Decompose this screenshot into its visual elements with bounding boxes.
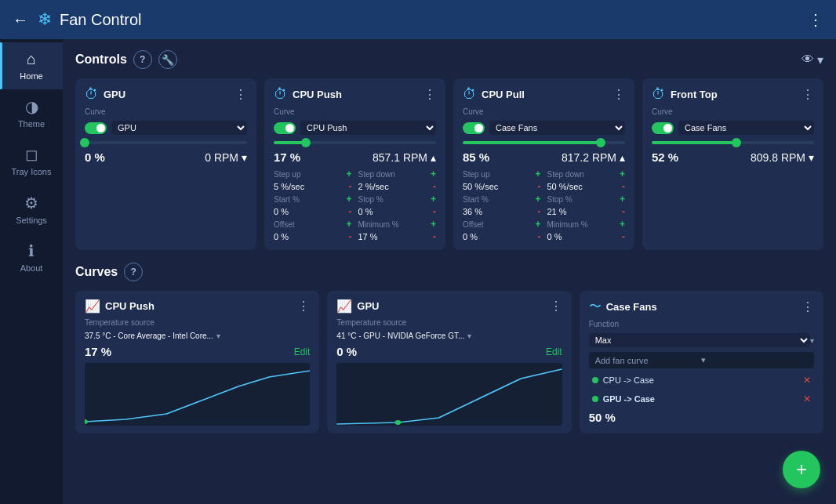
cpu-push-min-minus[interactable]: - bbox=[433, 231, 436, 242]
cpu-pull-start-minus[interactable]: - bbox=[538, 206, 541, 217]
cpu-pull-slider[interactable] bbox=[463, 141, 625, 144]
cpu-push-start-pct-label: Start % bbox=[274, 195, 300, 204]
cpu-pull-start-pct-row: Start % + bbox=[463, 194, 541, 205]
cpu-push-toggle[interactable] bbox=[274, 122, 296, 134]
gpu-curve-stats: 0 % Edit bbox=[336, 345, 562, 358]
cpu-pull-stop-value: 21 % bbox=[547, 207, 567, 216]
cpu-push-step-down-minus[interactable]: - bbox=[433, 181, 436, 192]
cpu-pull-min-minus[interactable]: - bbox=[622, 231, 625, 242]
case-fans-pct: 50 % bbox=[589, 411, 814, 424]
curves-help-button[interactable]: ? bbox=[124, 263, 143, 281]
controls-view-button[interactable]: 👁 ▾ bbox=[801, 53, 823, 67]
front-top-curve-label: Curve bbox=[652, 107, 673, 116]
front-top-slider[interactable] bbox=[652, 141, 814, 144]
cpu-push-chart-area bbox=[85, 363, 310, 426]
cpu-push-card-more-button[interactable]: ⋮ bbox=[423, 87, 436, 102]
cpu-push-slider[interactable] bbox=[274, 141, 436, 144]
cpu-pull-toggle[interactable] bbox=[463, 122, 485, 134]
case-fans-function-select[interactable]: Max bbox=[589, 333, 810, 347]
cpu-push-curve-more-button[interactable]: ⋮ bbox=[297, 299, 310, 314]
cpu-push-curve-header: 📈 CPU Push ⋮ bbox=[85, 299, 310, 314]
cpu-pull-curve-select[interactable]: Case Fans bbox=[489, 121, 625, 135]
fan-close-gpu[interactable]: ✕ bbox=[803, 393, 811, 404]
cpu-push-step-down-plus[interactable]: + bbox=[431, 169, 436, 179]
front-top-card-more-button[interactable]: ⋮ bbox=[801, 87, 814, 102]
fan-close-cpu[interactable]: ✕ bbox=[803, 375, 811, 386]
case-fans-function-label: Function bbox=[589, 320, 619, 328]
cpu-pull-min-plus[interactable]: + bbox=[620, 219, 625, 230]
gpu-edit-button[interactable]: Edit bbox=[546, 346, 562, 357]
sidebar-label-tray: Tray Icons bbox=[12, 167, 52, 177]
cpu-push-offset-plus[interactable]: + bbox=[346, 219, 351, 230]
case-fans-curve-more-button[interactable]: ⋮ bbox=[801, 299, 814, 314]
cpu-push-start-pct-row: Start % + bbox=[274, 194, 352, 205]
cpu-push-step-up-value: 5 %/sec bbox=[274, 182, 304, 191]
cpu-pull-offset-plus[interactable]: + bbox=[535, 219, 540, 230]
cpu-push-step-up-minus[interactable]: - bbox=[349, 181, 352, 192]
cpu-pull-step-up-row: Step up + bbox=[463, 169, 541, 179]
gpu-card-more-button[interactable]: ⋮ bbox=[234, 87, 247, 102]
add-fab-button[interactable]: + bbox=[783, 451, 820, 488]
sidebar-item-home[interactable]: ⌂ Home bbox=[0, 42, 63, 89]
gpu-curve-pct: 0 % bbox=[336, 345, 357, 358]
case-fans-function-chevron: ▾ bbox=[810, 336, 814, 345]
cpu-push-pct: 17 % bbox=[274, 150, 300, 164]
main-layout: ⌂ Home ◑ Theme ◻ Tray Icons ⚙ Settings ℹ… bbox=[0, 39, 836, 504]
back-button[interactable]: ← bbox=[13, 11, 28, 29]
gpu-toggle[interactable] bbox=[85, 122, 107, 134]
gpu-curve-select[interactable]: GPU bbox=[111, 121, 247, 135]
cpu-push-stop-minus[interactable]: - bbox=[433, 206, 436, 217]
cpu-push-step-down-value: 2 %/sec bbox=[358, 182, 389, 191]
cpu-pull-curve-select-row: Case Fans bbox=[463, 121, 625, 135]
sidebar-item-about[interactable]: ℹ About bbox=[0, 234, 63, 281]
cpu-pull-stop-pct-row: Stop % + bbox=[547, 194, 626, 205]
cpu-pull-card-more-button[interactable]: ⋮ bbox=[612, 87, 625, 102]
front-top-curve-select[interactable]: Case Fans bbox=[678, 121, 814, 135]
cpu-push-stop-value: 0 % bbox=[358, 207, 373, 216]
cpu-pull-offset-label: Offset bbox=[463, 220, 484, 229]
curves-section-header: Curves ? bbox=[75, 263, 823, 281]
cpu-pull-step-down-plus[interactable]: + bbox=[620, 169, 625, 179]
cpu-push-step-up-plus[interactable]: + bbox=[346, 169, 351, 179]
controls-wrench-button[interactable]: 🔧 bbox=[158, 50, 177, 69]
gpu-curve-more-button[interactable]: ⋮ bbox=[550, 299, 562, 314]
cpu-push-start-minus[interactable]: - bbox=[349, 206, 352, 217]
cpu-push-temp-row: 37.5 °C - Core Average - Intel Core... ▾ bbox=[85, 332, 310, 340]
cpu-push-min-plus[interactable]: + bbox=[431, 219, 436, 230]
cpu-pull-min-pct-label: Minimum % bbox=[547, 220, 588, 229]
cpu-push-offset-minus[interactable]: - bbox=[349, 231, 352, 242]
add-fan-curve-row[interactable]: Add fan curve ▾ bbox=[589, 352, 814, 368]
sidebar-item-settings[interactable]: ⚙ Settings bbox=[0, 186, 63, 234]
front-top-card-header: ⏱ Front Top ⋮ bbox=[652, 86, 814, 103]
app-icon: ❄ bbox=[38, 9, 52, 30]
gpu-slider[interactable] bbox=[85, 141, 247, 144]
cpu-pull-step-up-val-row: 50 %/sec - bbox=[463, 181, 541, 192]
more-button[interactable]: ⋮ bbox=[808, 10, 823, 29]
fan-dot-cpu bbox=[592, 377, 598, 383]
cpu-pull-stop-minus[interactable]: - bbox=[622, 206, 625, 217]
cpu-push-start-plus[interactable]: + bbox=[346, 194, 351, 205]
cpu-pull-start-plus[interactable]: + bbox=[535, 194, 540, 205]
front-top-speed-icon: ⏱ bbox=[652, 86, 666, 103]
gpu-speed-icon: ⏱ bbox=[85, 86, 99, 103]
cpu-pull-curve-label: Curve bbox=[463, 107, 484, 116]
cpu-push-curve-select[interactable]: CPU Push bbox=[300, 121, 436, 135]
cpu-pull-step-up-minus[interactable]: - bbox=[538, 181, 541, 192]
cpu-push-min-val-row: 17 % - bbox=[358, 231, 437, 242]
sidebar-item-tray[interactable]: ◻ Tray Icons bbox=[0, 137, 63, 185]
cpu-pull-step-down-minus[interactable]: - bbox=[622, 181, 625, 192]
front-top-toggle[interactable] bbox=[652, 122, 674, 134]
cpu-pull-step-up-plus[interactable]: + bbox=[535, 169, 540, 179]
controls-help-button[interactable]: ? bbox=[133, 50, 152, 69]
cpu-pull-offset-minus[interactable]: - bbox=[538, 231, 541, 242]
cpu-push-stop-plus[interactable]: + bbox=[431, 194, 436, 205]
about-icon: ℹ bbox=[28, 241, 35, 260]
cpu-pull-stop-plus[interactable]: + bbox=[620, 194, 625, 205]
cpu-push-min-value: 17 % bbox=[358, 232, 378, 241]
cpu-pull-card-name: CPU Pull bbox=[482, 89, 608, 100]
cpu-push-step-up-label: Step up bbox=[274, 170, 300, 179]
sidebar-item-theme[interactable]: ◑ Theme bbox=[0, 89, 63, 137]
case-fans-function-select-row: Max ▾ bbox=[589, 333, 814, 347]
add-fan-chevron: ▾ bbox=[701, 355, 808, 365]
cpu-push-edit-button[interactable]: Edit bbox=[294, 346, 311, 357]
